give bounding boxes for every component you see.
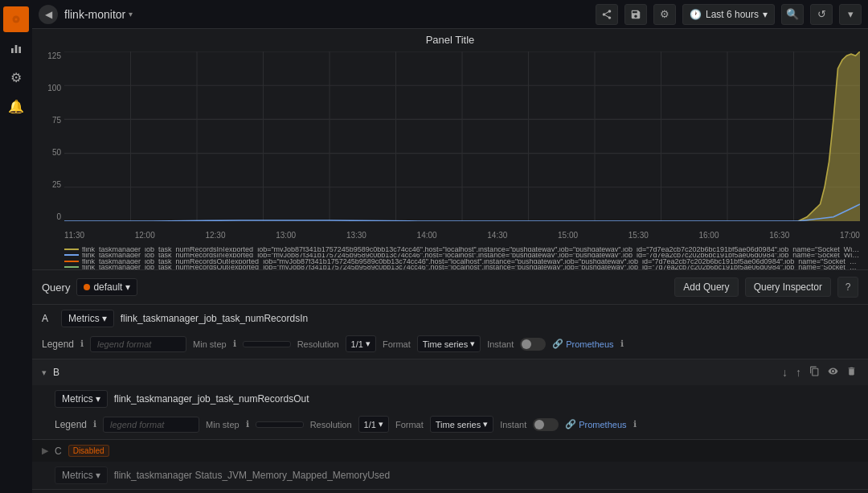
query-a-legend-label: Legend bbox=[42, 339, 74, 350]
query-b-visibility-button[interactable] bbox=[826, 364, 840, 380]
query-a-prometheus-info[interactable]: ℹ bbox=[620, 339, 624, 349]
clock-icon: 🕐 bbox=[690, 9, 702, 20]
query-c-metrics-button[interactable]: Metrics ▾ bbox=[55, 466, 108, 484]
query-block-a: A Metrics ▾ flink_taskmanager_job_task_n… bbox=[32, 305, 868, 359]
y-label-125: 125 bbox=[47, 51, 61, 60]
query-c-header: ▶ C Disabled bbox=[32, 440, 868, 462]
query-a-instant-toggle[interactable] bbox=[520, 338, 546, 351]
main-content: ◀ flink-monitor ▾ ⚙ 🕐 Last 6 hours ▾ 🔍 ↺… bbox=[32, 0, 868, 493]
chevron-down-icon: ▾ bbox=[129, 10, 133, 18]
datasource-dot bbox=[84, 284, 90, 290]
query-b-metrics-label: Metrics bbox=[62, 393, 93, 405]
query-a-legend-info[interactable]: ℹ bbox=[80, 339, 84, 349]
refresh-icon: ↺ bbox=[817, 8, 826, 20]
query-block-c: ▶ C Disabled Metrics ▾ flink_taskmanager… bbox=[32, 440, 868, 490]
datasource-selector[interactable]: default ▾ bbox=[76, 278, 137, 296]
legend-item-3[interactable]: flink_taskmanager_job_task_numRecordsOut… bbox=[64, 259, 860, 264]
query-b-toggle-knob bbox=[534, 420, 544, 429]
query-c-metric-row: Metrics ▾ flink_taskmanager Status_JVM_M… bbox=[32, 462, 868, 489]
chevron-down-icon-res-a: ▾ bbox=[366, 339, 371, 349]
query-c-metrics-label: Metrics bbox=[62, 470, 93, 481]
query-a-prometheus-label: Prometheus bbox=[566, 339, 613, 349]
legend-item-2[interactable]: flink_taskmanager_job_task_numRecordsIn{… bbox=[64, 253, 860, 258]
back-icon: ◀ bbox=[45, 9, 52, 20]
query-block-b: ▾ B ↓ ↑ bbox=[32, 359, 868, 440]
x-label-1630: 16:30 bbox=[769, 231, 789, 240]
query-b-header-label: B bbox=[53, 367, 59, 378]
y-label-100: 100 bbox=[47, 84, 61, 92]
chevron-down-icon-fmt-a: ▾ bbox=[470, 339, 475, 349]
search-icon: 🔍 bbox=[786, 8, 799, 20]
query-b-up-button[interactable]: ↑ bbox=[794, 364, 803, 380]
search-button[interactable]: 🔍 bbox=[781, 4, 804, 25]
legend-item-1[interactable]: flink_taskmanager_job_task_numRecordsIn{… bbox=[64, 247, 860, 252]
query-a-resolution-select[interactable]: 1/1 ▾ bbox=[346, 335, 376, 352]
query-a-metrics-button[interactable]: Metrics ▾ bbox=[61, 310, 114, 327]
query-b-format-label: Format bbox=[395, 420, 424, 429]
query-a-format-select[interactable]: Time series ▾ bbox=[417, 335, 481, 352]
legend-text-3: flink_taskmanager_job_task_numRecordsOut… bbox=[82, 259, 860, 264]
query-b-prometheus-info[interactable]: ℹ bbox=[633, 419, 637, 429]
query-b-instant-label: Instant bbox=[500, 420, 526, 429]
query-b-legend-info[interactable]: ℹ bbox=[93, 419, 96, 429]
query-b-down-button[interactable]: ↓ bbox=[780, 364, 789, 380]
sidebar-icon-alert[interactable]: 🔔 bbox=[3, 93, 29, 119]
prometheus-icon-a: 🔗 bbox=[552, 339, 563, 349]
query-b-prometheus-link[interactable]: 🔗 Prometheus bbox=[565, 419, 626, 429]
sidebar-icon-settings[interactable]: ⚙ bbox=[3, 64, 29, 90]
query-inspector-button[interactable]: Query Inspector bbox=[745, 277, 831, 297]
bell-icon: 🔔 bbox=[8, 99, 24, 114]
chevron-down-icon-ds: ▾ bbox=[125, 281, 130, 293]
query-label: Query bbox=[42, 281, 70, 294]
query-b-header: ▾ B ↓ ↑ bbox=[32, 359, 868, 385]
query-a-metric-row: A Metrics ▾ flink_taskmanager_job_task_n… bbox=[32, 305, 868, 332]
query-a-resolution-value: 1/1 bbox=[351, 339, 363, 349]
refresh-dropdown[interactable]: ▾ bbox=[839, 4, 862, 25]
x-label-1130: 11:30 bbox=[64, 231, 84, 240]
time-range-selector[interactable]: 🕐 Last 6 hours ▾ bbox=[682, 4, 775, 25]
share-button[interactable] bbox=[596, 4, 618, 25]
query-b-legend-field[interactable]: legend format bbox=[103, 417, 199, 433]
back-button[interactable]: ◀ bbox=[39, 5, 58, 24]
query-b-copy-button[interactable] bbox=[808, 364, 821, 380]
query-a-legend-field[interactable]: legend format bbox=[90, 336, 186, 352]
query-b-prometheus-label: Prometheus bbox=[579, 420, 626, 429]
x-label-1600: 16:00 bbox=[698, 231, 719, 240]
x-label-1430: 14:30 bbox=[487, 231, 507, 240]
query-b-format-select[interactable]: Time series ▾ bbox=[430, 416, 493, 433]
query-a-prometheus-link[interactable]: 🔗 Prometheus bbox=[552, 339, 613, 349]
query-b-instant-toggle[interactable] bbox=[533, 418, 559, 431]
sidebar-icon-visualization[interactable] bbox=[3, 35, 29, 61]
settings-button[interactable]: ⚙ bbox=[653, 4, 676, 25]
svg-rect-5 bbox=[18, 47, 21, 53]
y-label-50: 50 bbox=[52, 148, 61, 157]
query-a-format-value: Time series bbox=[423, 339, 468, 349]
title-text: flink-monitor bbox=[64, 8, 125, 21]
query-a-instant-label: Instant bbox=[487, 339, 514, 349]
save-button[interactable] bbox=[624, 4, 647, 25]
x-label-1400: 14:00 bbox=[417, 231, 437, 240]
svg-rect-4 bbox=[15, 45, 18, 53]
query-b-minstep-field[interactable] bbox=[256, 421, 304, 428]
query-b-resolution-select[interactable]: 1/1 ▾ bbox=[358, 416, 389, 433]
query-b-minstep-info[interactable]: ℹ bbox=[246, 419, 249, 429]
query-a-metric-value: flink_taskmanager_job_task_numRecordsIn bbox=[121, 310, 858, 327]
query-b-legend-label: Legend bbox=[55, 419, 87, 430]
add-query-button[interactable]: Add Query bbox=[674, 277, 738, 297]
query-b-delete-button[interactable] bbox=[845, 364, 858, 380]
y-label-75: 75 bbox=[52, 116, 61, 125]
chevron-down-icon-b: ▾ bbox=[96, 393, 100, 405]
refresh-button[interactable]: ↺ bbox=[810, 4, 833, 25]
help-button[interactable]: ? bbox=[837, 277, 858, 298]
query-a-minstep-info[interactable]: ℹ bbox=[233, 339, 236, 349]
chart-area: Panel Title 125 100 75 50 25 0 bbox=[32, 29, 868, 270]
gear-icon: ⚙ bbox=[10, 70, 22, 85]
legend-item-4[interactable]: flink_taskmanager_job_task_numRecordsOut… bbox=[64, 265, 860, 270]
prometheus-icon-b: 🔗 bbox=[565, 419, 576, 429]
query-a-minstep-field[interactable] bbox=[243, 341, 291, 347]
sidebar-icon-query[interactable] bbox=[3, 6, 29, 32]
legend-text-4: flink_taskmanager_job_task_numRecordsOut… bbox=[82, 265, 860, 270]
x-label-1500: 15:00 bbox=[558, 231, 578, 240]
x-label-1200: 12:00 bbox=[135, 231, 155, 240]
query-b-metrics-button[interactable]: Metrics ▾ bbox=[55, 390, 108, 408]
